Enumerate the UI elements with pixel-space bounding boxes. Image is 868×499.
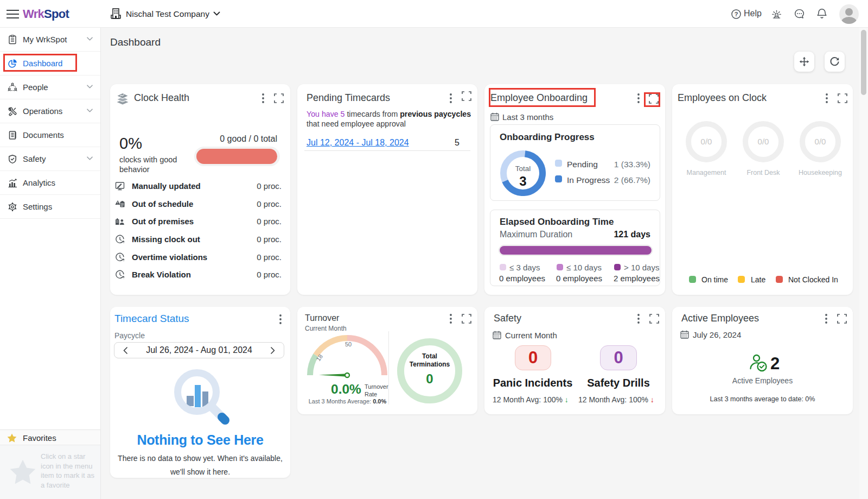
svg-text:50: 50 [345, 341, 352, 348]
svg-text:?: ? [735, 11, 738, 17]
